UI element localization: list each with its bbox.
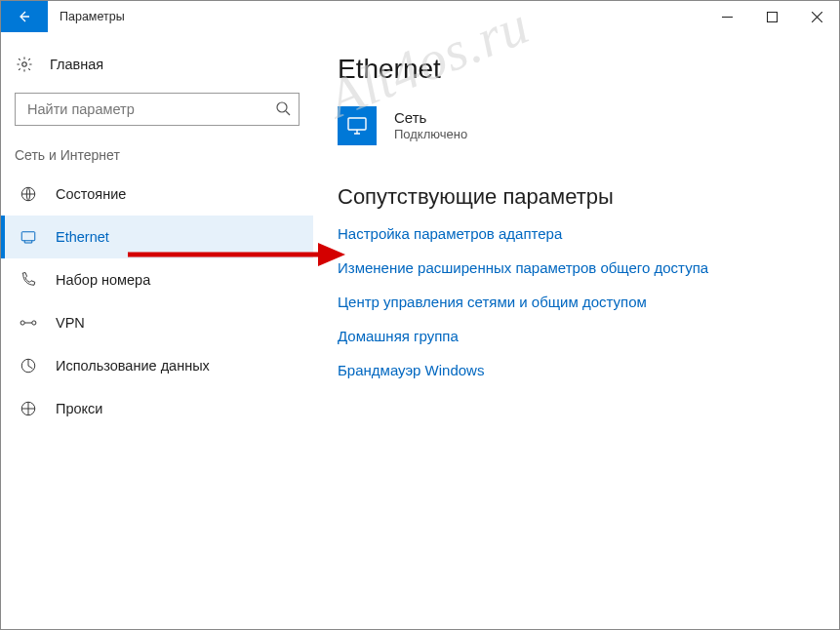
arrow-left-icon: [17, 9, 32, 24]
sidebar-item-label: Использование данных: [56, 358, 210, 374]
proxy-icon: [19, 400, 38, 417]
close-icon: [812, 12, 822, 22]
link-firewall[interactable]: Брандмауэр Windows: [338, 362, 820, 378]
sidebar-item-label: Ethernet: [56, 229, 109, 245]
search-input[interactable]: [25, 100, 275, 118]
gear-icon: [15, 56, 34, 73]
svg-point-7: [20, 321, 24, 325]
minimize-icon: [722, 12, 733, 22]
sidebar-item-dialup[interactable]: Набор номера: [1, 258, 313, 301]
window-title: Параметры: [48, 1, 704, 32]
ethernet-icon: [19, 228, 38, 246]
sidebar-item-label: Прокси: [56, 401, 102, 416]
network-tile-icon: [338, 106, 377, 145]
home-button[interactable]: Главная: [1, 50, 313, 79]
sidebar-item-vpn[interactable]: VPN: [1, 301, 313, 344]
close-button[interactable]: [794, 1, 839, 32]
svg-point-2: [22, 62, 27, 67]
svg-rect-11: [348, 118, 366, 130]
main-panel: Ethernet Сеть Подключено Сопутствующие п…: [313, 32, 839, 629]
monitor-icon: [345, 114, 369, 138]
related-links: Настройка параметров адаптера Изменение …: [338, 225, 820, 378]
titlebar: Параметры: [1, 1, 839, 32]
page-heading: Ethernet: [338, 54, 820, 85]
maximize-button[interactable]: [749, 1, 794, 32]
sidebar-item-status[interactable]: Состояние: [1, 173, 313, 216]
minimize-button[interactable]: [704, 1, 749, 32]
sidebar-item-label: VPN: [56, 315, 85, 331]
sidebar-item-label: Состояние: [56, 186, 126, 202]
svg-point-8: [32, 321, 36, 325]
network-name: Сеть: [394, 109, 467, 128]
network-status: Подключено: [394, 127, 467, 142]
back-button[interactable]: [1, 1, 48, 32]
sidebar: Главная Сеть и Интернет Состояние: [1, 32, 313, 629]
sidebar-item-datausage[interactable]: Использование данных: [1, 344, 313, 387]
link-advanced-sharing[interactable]: Изменение расширенных параметров общего …: [338, 259, 820, 276]
svg-rect-6: [21, 232, 35, 241]
svg-point-3: [277, 102, 287, 112]
network-entry[interactable]: Сеть Подключено: [338, 106, 820, 145]
window-controls: [704, 1, 839, 32]
svg-line-4: [286, 111, 290, 115]
vpn-icon: [19, 316, 38, 330]
svg-rect-1: [767, 12, 777, 21]
data-usage-icon: [19, 357, 38, 374]
sidebar-group-title: Сеть и Интернет: [1, 143, 313, 173]
globe-icon: [19, 185, 38, 203]
link-network-center[interactable]: Центр управления сетями и общим доступом: [338, 294, 820, 310]
search-icon: [275, 100, 291, 119]
maximize-icon: [767, 12, 778, 22]
sidebar-item-ethernet[interactable]: Ethernet: [1, 216, 313, 258]
home-label: Главная: [50, 57, 103, 72]
sidebar-item-proxy[interactable]: Прокси: [1, 387, 313, 430]
link-homegroup[interactable]: Домашняя группа: [338, 328, 820, 344]
phone-icon: [19, 271, 38, 289]
related-heading: Сопутствующие параметры: [338, 184, 820, 210]
sidebar-item-label: Набор номера: [56, 272, 150, 288]
link-adapter-settings[interactable]: Настройка параметров адаптера: [338, 225, 820, 242]
search-box[interactable]: [15, 93, 300, 126]
